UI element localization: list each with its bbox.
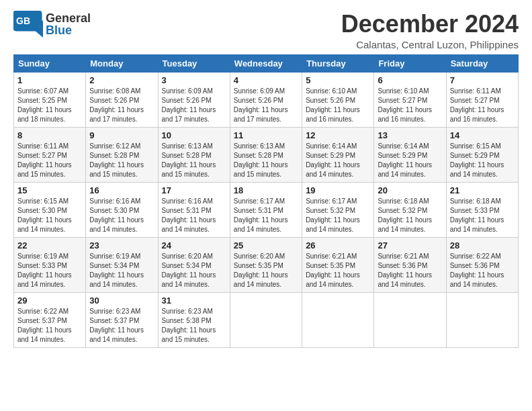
table-row: 6 Sunrise: 6:10 AMSunset: 5:27 PMDayligh…	[374, 72, 446, 127]
table-row: 7 Sunrise: 6:11 AMSunset: 5:27 PMDayligh…	[446, 72, 518, 127]
table-row: 20 Sunrise: 6:18 AMSunset: 5:32 PMDaylig…	[374, 182, 446, 237]
calendar-header-row: Sunday Monday Tuesday Wednesday Thursday…	[14, 54, 519, 72]
table-row: 1 Sunrise: 6:07 AMSunset: 5:25 PMDayligh…	[14, 72, 86, 127]
logo-blue-text: Blue	[46, 24, 91, 36]
table-row: 17 Sunrise: 6:16 AMSunset: 5:31 PMDaylig…	[158, 182, 230, 237]
table-row: 2 Sunrise: 6:08 AMSunset: 5:26 PMDayligh…	[86, 72, 158, 127]
col-saturday: Saturday	[446, 54, 518, 72]
month-title: December 2024	[341, 11, 519, 38]
table-row: 12 Sunrise: 6:14 AMSunset: 5:29 PMDaylig…	[302, 127, 374, 182]
table-row: 9 Sunrise: 6:12 AMSunset: 5:28 PMDayligh…	[86, 127, 158, 182]
table-row: 22 Sunrise: 6:19 AMSunset: 5:33 PMDaylig…	[14, 237, 86, 292]
table-row: 24 Sunrise: 6:20 AMSunset: 5:34 PMDaylig…	[158, 237, 230, 292]
table-row: 15 Sunrise: 6:15 AMSunset: 5:30 PMDaylig…	[14, 182, 86, 237]
col-monday: Monday	[86, 54, 158, 72]
col-tuesday: Tuesday	[158, 54, 230, 72]
table-row: 30 Sunrise: 6:23 AMSunset: 5:37 PMDaylig…	[86, 292, 158, 347]
table-row: 28 Sunrise: 6:22 AMSunset: 5:36 PMDaylig…	[446, 237, 518, 292]
col-friday: Friday	[374, 54, 446, 72]
table-row: 11 Sunrise: 6:13 AMSunset: 5:28 PMDaylig…	[230, 127, 302, 182]
table-row: 26 Sunrise: 6:21 AMSunset: 5:35 PMDaylig…	[302, 237, 374, 292]
table-row	[374, 292, 446, 347]
logo-text: General Blue	[46, 12, 91, 36]
table-row: 8 Sunrise: 6:11 AMSunset: 5:27 PMDayligh…	[14, 127, 86, 182]
page: GB General Blue December 2024 Calantas, …	[0, 0, 532, 355]
table-row: 29 Sunrise: 6:22 AMSunset: 5:37 PMDaylig…	[14, 292, 86, 347]
table-row: 13 Sunrise: 6:14 AMSunset: 5:29 PMDaylig…	[374, 127, 446, 182]
table-row: 19 Sunrise: 6:17 AMSunset: 5:32 PMDaylig…	[302, 182, 374, 237]
table-row: 10 Sunrise: 6:13 AMSunset: 5:28 PMDaylig…	[158, 127, 230, 182]
svg-text:GB: GB	[16, 15, 30, 26]
table-row: 25 Sunrise: 6:20 AMSunset: 5:35 PMDaylig…	[230, 237, 302, 292]
location-title: Calantas, Central Luzon, Philippines	[341, 39, 519, 50]
table-row: 18 Sunrise: 6:17 AMSunset: 5:31 PMDaylig…	[230, 182, 302, 237]
table-row: 16 Sunrise: 6:16 AMSunset: 5:30 PMDaylig…	[86, 182, 158, 237]
table-row	[302, 292, 374, 347]
table-row: 27 Sunrise: 6:21 AMSunset: 5:36 PMDaylig…	[374, 237, 446, 292]
logo-general-text: General	[46, 12, 91, 24]
logo: GB General Blue	[13, 11, 91, 38]
table-row: 4 Sunrise: 6:09 AMSunset: 5:26 PMDayligh…	[230, 72, 302, 127]
title-area: December 2024 Calantas, Central Luzon, P…	[341, 11, 519, 50]
calendar-table: Sunday Monday Tuesday Wednesday Thursday…	[13, 54, 519, 348]
table-row: 23 Sunrise: 6:19 AMSunset: 5:34 PMDaylig…	[86, 237, 158, 292]
table-row: 3 Sunrise: 6:09 AMSunset: 5:26 PMDayligh…	[158, 72, 230, 127]
table-row: 5 Sunrise: 6:10 AMSunset: 5:26 PMDayligh…	[302, 72, 374, 127]
table-row: 31 Sunrise: 6:23 AMSunset: 5:38 PMDaylig…	[158, 292, 230, 347]
col-wednesday: Wednesday	[230, 54, 302, 72]
table-row	[446, 292, 518, 347]
col-sunday: Sunday	[14, 54, 86, 72]
logo-icon: GB	[13, 11, 43, 38]
table-row: 14 Sunrise: 6:15 AMSunset: 5:29 PMDaylig…	[446, 127, 518, 182]
table-row	[230, 292, 302, 347]
table-row: 21 Sunrise: 6:18 AMSunset: 5:33 PMDaylig…	[446, 182, 518, 237]
header: GB General Blue December 2024 Calantas, …	[13, 11, 519, 50]
col-thursday: Thursday	[302, 54, 374, 72]
